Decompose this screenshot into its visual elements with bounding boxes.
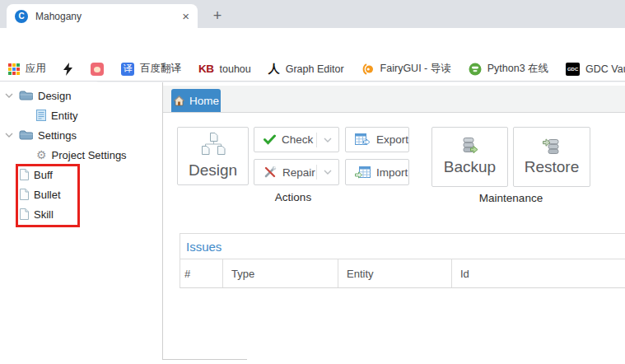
issues-panel: Issues # Type Entity Id — [180, 233, 625, 288]
column-header-number: # — [180, 259, 223, 287]
apps-grid-icon — [8, 63, 20, 75]
repair-tools-icon — [264, 166, 277, 179]
bookmark-label: Graph Editor — [286, 63, 344, 75]
bookmark-label: FairyGUI - 导读 — [380, 62, 451, 76]
tree-item-label: Project Settings — [52, 149, 127, 161]
bookmark-label: touhou — [220, 63, 251, 75]
bookmarks-bar: 应用 译 百度翻译 KB touhou 人 Graph Editor Fairy… — [0, 57, 625, 82]
import-button[interactable]: Import — [345, 159, 409, 185]
column-header-id: Id — [452, 259, 625, 287]
tree-item-label: Design — [38, 90, 71, 102]
bookmark-graph-editor[interactable]: 人 Graph Editor — [268, 62, 344, 77]
bookmark-label: GDC Vault — [585, 63, 625, 75]
actions-group-label: Actions — [177, 191, 409, 203]
tab-home[interactable]: Home — [171, 89, 221, 112]
chevron-down-icon — [324, 170, 332, 175]
backup-button-label: Backup — [444, 158, 496, 176]
bookmark-touhou[interactable]: KB touhou — [198, 63, 251, 75]
tree-item-label: Entity — [51, 110, 78, 122]
check-dropdown-arrow[interactable] — [317, 138, 338, 142]
bookmark-lightning[interactable] — [63, 63, 73, 76]
page-tab-bar: Home — [163, 86, 625, 113]
import-table-icon — [355, 166, 371, 179]
avatar-icon — [91, 63, 104, 76]
tab-title: Mahogany — [35, 11, 82, 22]
tree-item-label: Settings — [38, 129, 77, 142]
tree-item-project-settings[interactable]: ⚙ Project Settings — [36, 145, 127, 165]
gear-icon: ⚙ — [36, 149, 47, 161]
repair-split-button[interactable]: Repair — [254, 159, 339, 185]
export-button-label: Export — [376, 133, 408, 146]
check-icon — [264, 134, 276, 145]
restore-button-label: Restore — [525, 158, 580, 176]
backup-database-icon — [461, 138, 479, 154]
bookmark-fairygui[interactable]: FairyGUI - 导读 — [361, 62, 451, 76]
tab-home-label: Home — [189, 95, 219, 107]
browser-tab[interactable]: C Mahogany × — [7, 4, 198, 28]
chevron-down-icon[interactable] — [5, 93, 13, 98]
export-button[interactable]: Export — [345, 127, 409, 152]
bookmark-label: 应用 — [26, 62, 46, 76]
bookmark-avatar[interactable] — [91, 63, 104, 76]
home-icon — [173, 95, 185, 106]
design-button[interactable]: Design — [177, 127, 249, 185]
python-icon — [469, 63, 482, 76]
check-split-button[interactable]: Check — [254, 127, 339, 152]
tree-item-design[interactable]: Design — [5, 86, 71, 105]
check-button-label: Check — [282, 133, 313, 146]
import-button-label: Import — [376, 166, 408, 179]
tree-item-settings[interactable]: Settings — [5, 125, 77, 145]
restore-button[interactable]: Restore — [513, 127, 590, 187]
tree-item-entity[interactable]: Entity — [36, 105, 78, 125]
tab-close-icon[interactable]: × — [182, 10, 189, 22]
document-icon — [36, 110, 46, 121]
person-icon: 人 — [268, 62, 280, 77]
translate-badge-icon: 译 — [121, 63, 134, 76]
design-sitemap-icon — [198, 133, 228, 157]
restore-database-icon — [543, 138, 561, 154]
chevron-down-icon — [324, 138, 332, 142]
column-header-entity: Entity — [338, 259, 452, 287]
sidebar-separator — [162, 82, 163, 359]
kb-badge-icon: KB — [198, 63, 214, 75]
bookmark-apps[interactable]: 应用 — [8, 62, 46, 76]
column-header-type: Type — [223, 259, 338, 287]
backup-button[interactable]: Backup — [431, 127, 508, 187]
new-tab-button[interactable]: + — [208, 7, 227, 25]
folder-icon — [19, 130, 33, 141]
annotation-red-box — [16, 164, 80, 227]
maintenance-group-label: Maintenance — [431, 192, 590, 204]
gdc-badge-icon: GDC — [566, 63, 580, 76]
repair-button-label: Repair — [282, 166, 315, 179]
export-table-icon — [355, 133, 371, 146]
bookmark-gdc-vault[interactable]: GDC GDC Vault — [566, 63, 625, 76]
bookmark-label: 百度翻译 — [140, 62, 181, 76]
fairygui-icon — [361, 63, 375, 76]
design-button-label: Design — [189, 161, 237, 180]
lightning-icon — [63, 63, 73, 76]
chevron-down-icon[interactable] — [5, 133, 13, 138]
browser-tab-strip: C Mahogany × + — [0, 0, 625, 28]
bookmark-python3[interactable]: Python3 在线 — [469, 62, 548, 76]
bookmark-label: Python3 在线 — [487, 62, 548, 76]
repair-dropdown-arrow[interactable] — [317, 170, 338, 175]
content-bottom-edge — [162, 359, 247, 360]
site-favicon-icon: C — [15, 10, 28, 23]
folder-icon — [19, 91, 33, 101]
issues-panel-title: Issues — [180, 234, 625, 259]
browser-toolbar: ← → ⟳ i localhost:44213/#home — [0, 28, 625, 57]
bookmark-baidu-translate[interactable]: 译 百度翻译 — [121, 62, 181, 76]
issues-table-header: # Type Entity Id — [180, 259, 625, 288]
